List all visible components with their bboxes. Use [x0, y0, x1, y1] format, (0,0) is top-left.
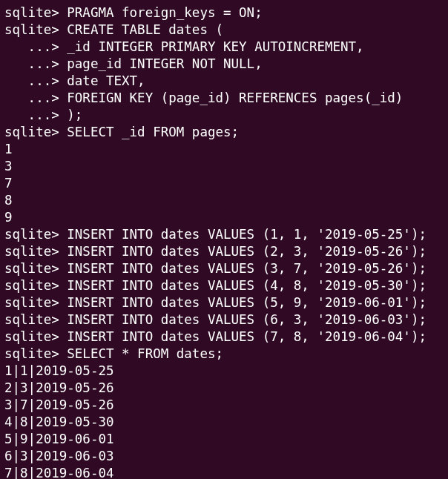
- sqlite-prompt: sqlite>: [4, 295, 67, 310]
- terminal-output[interactable]: sqlite> PRAGMA foreign_keys = ON;sqlite>…: [0, 0, 448, 479]
- terminal-line: sqlite> INSERT INTO dates VALUES (2, 3, …: [4, 243, 444, 260]
- terminal-line: 3: [4, 158, 444, 175]
- terminal-line: 4|8|2019-05-30: [4, 414, 444, 431]
- terminal-line: sqlite> CREATE TABLE dates (: [4, 22, 444, 39]
- command-text: );: [67, 108, 82, 122]
- output-text: 1|1|2019-05-25: [4, 363, 114, 378]
- sqlite-prompt: sqlite>: [4, 125, 67, 139]
- terminal-line: 5|9|2019-06-01: [4, 431, 444, 448]
- sqlite-prompt: sqlite>: [4, 312, 67, 327]
- command-text: _id INTEGER PRIMARY KEY AUTOINCREMENT,: [67, 39, 363, 54]
- command-text: INSERT INTO dates VALUES (5, 9, '2019-06…: [67, 295, 426, 310]
- terminal-line: ...> );: [4, 107, 444, 124]
- terminal-line: sqlite> SELECT _id FROM pages;: [4, 124, 444, 141]
- sqlite-prompt: sqlite>: [4, 261, 67, 276]
- terminal-line: 6|3|2019-06-03: [4, 448, 444, 465]
- output-text: 7: [4, 176, 13, 191]
- output-text: 1: [4, 142, 13, 156]
- terminal-line: ...> _id INTEGER PRIMARY KEY AUTOINCREME…: [4, 39, 444, 56]
- output-text: 2|3|2019-05-26: [4, 380, 114, 395]
- command-text: SELECT _id FROM pages;: [67, 125, 239, 139]
- sqlite-prompt: sqlite>: [4, 244, 67, 259]
- terminal-line: 7: [4, 175, 444, 192]
- terminal-line: sqlite> INSERT INTO dates VALUES (5, 9, …: [4, 294, 444, 311]
- terminal-line: ...> FOREIGN KEY (page_id) REFERENCES pa…: [4, 90, 444, 107]
- output-text: 9: [4, 210, 13, 225]
- output-text: 7|8|2019-06-04: [4, 466, 114, 479]
- command-text: FOREIGN KEY (page_id) REFERENCES pages(_…: [67, 90, 403, 105]
- terminal-line: sqlite> INSERT INTO dates VALUES (7, 8, …: [4, 328, 444, 346]
- terminal-line: 8: [4, 192, 444, 209]
- output-text: 3: [4, 159, 13, 174]
- terminal-line: 1|1|2019-05-25: [4, 363, 444, 380]
- command-text: INSERT INTO dates VALUES (6, 3, '2019-06…: [67, 312, 426, 327]
- output-text: 8: [4, 193, 13, 208]
- continuation-prompt: ...>: [4, 90, 67, 105]
- output-text: 4|8|2019-05-30: [4, 414, 114, 429]
- output-text: 3|7|2019-05-26: [4, 397, 114, 412]
- terminal-line: sqlite> SELECT * FROM dates;: [4, 346, 444, 363]
- terminal-line: 1: [4, 141, 444, 158]
- command-text: page_id INTEGER NOT NULL,: [67, 56, 262, 71]
- sqlite-prompt: sqlite>: [4, 22, 67, 37]
- terminal-line: sqlite> INSERT INTO dates VALUES (6, 3, …: [4, 311, 444, 328]
- sqlite-prompt: sqlite>: [4, 346, 67, 361]
- terminal-line: 3|7|2019-05-26: [4, 397, 444, 414]
- sqlite-prompt: sqlite>: [4, 329, 67, 344]
- command-text: SELECT * FROM dates;: [67, 346, 223, 361]
- terminal-line: 9: [4, 209, 444, 226]
- continuation-prompt: ...>: [4, 39, 67, 54]
- continuation-prompt: ...>: [4, 108, 67, 122]
- command-text: INSERT INTO dates VALUES (4, 8, '2019-05…: [67, 278, 426, 293]
- terminal-line: sqlite> INSERT INTO dates VALUES (1, 1, …: [4, 226, 444, 243]
- terminal-line: ...> page_id INTEGER NOT NULL,: [4, 56, 444, 73]
- terminal-line: sqlite> PRAGMA foreign_keys = ON;: [4, 4, 444, 22]
- command-text: INSERT INTO dates VALUES (2, 3, '2019-05…: [67, 244, 426, 259]
- continuation-prompt: ...>: [4, 56, 67, 71]
- command-text: date TEXT,: [67, 73, 145, 88]
- command-text: INSERT INTO dates VALUES (3, 7, '2019-05…: [67, 261, 426, 276]
- terminal-line: ...> date TEXT,: [4, 73, 444, 90]
- command-text: INSERT INTO dates VALUES (7, 8, '2019-06…: [67, 329, 426, 344]
- sqlite-prompt: sqlite>: [4, 5, 67, 20]
- command-text: INSERT INTO dates VALUES (1, 1, '2019-05…: [67, 227, 426, 242]
- continuation-prompt: ...>: [4, 73, 67, 88]
- output-text: 5|9|2019-06-01: [4, 432, 114, 446]
- terminal-line: sqlite> INSERT INTO dates VALUES (4, 8, …: [4, 277, 444, 294]
- terminal-line: 2|3|2019-05-26: [4, 380, 444, 397]
- command-text: PRAGMA foreign_keys = ON;: [67, 5, 262, 20]
- output-text: 6|3|2019-06-03: [4, 449, 114, 463]
- terminal-line: 7|8|2019-06-04: [4, 465, 444, 479]
- terminal-line: sqlite> INSERT INTO dates VALUES (3, 7, …: [4, 260, 444, 277]
- sqlite-prompt: sqlite>: [4, 278, 67, 293]
- sqlite-prompt: sqlite>: [4, 227, 67, 242]
- command-text: CREATE TABLE dates (: [67, 22, 223, 37]
